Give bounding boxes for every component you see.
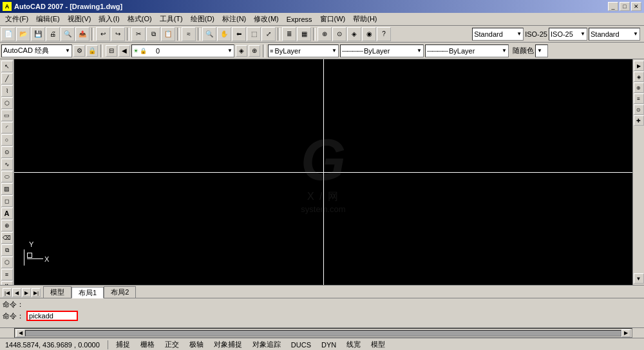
ortho-button[interactable]: 正交 [162,340,182,349]
tb-extra2[interactable]: ⊙ [332,27,346,41]
preview-button[interactable]: 🔍 [61,27,75,41]
paste-button[interactable]: 📋 [161,27,175,41]
snap-button[interactable]: 捕捉 [113,340,133,349]
rect-button[interactable]: ▭ [1,110,13,121]
standard-dropdown[interactable]: Standard ▼ [472,28,524,41]
polyline-button[interactable]: ⌇ [1,85,13,97]
open-button[interactable]: 📂 [16,27,30,41]
publish-button[interactable]: 📤 [75,27,90,41]
menu-tools[interactable]: 工具(T) [156,13,187,25]
text-button[interactable]: A [1,208,13,219]
tab-nav-last[interactable]: ▶| [32,288,41,297]
menu-window[interactable]: 窗口(W) [316,13,350,25]
workspace-dropdown[interactable]: AutoCAD 经典 ▼ [1,44,72,57]
select-button[interactable]: ↖ [1,61,13,72]
menu-format[interactable]: 格式(O) [124,13,156,25]
workspace-lock-button[interactable]: 🔒 [86,45,98,57]
undo-button[interactable]: ↩ [96,27,110,41]
tab-nav-next[interactable]: ▶ [22,288,31,297]
menu-modify[interactable]: 修改(M) [250,13,283,25]
tab-model[interactable]: 模型 [43,286,71,298]
layer-extra1[interactable]: ◈ [236,45,247,57]
layer-prev-button[interactable]: ◀ [118,45,130,57]
tab-layout2[interactable]: 布局2 [104,286,136,298]
hatch-button[interactable]: ▨ [1,183,13,195]
menu-view[interactable]: 视图(V) [64,13,95,25]
zoom-realtime-button[interactable]: 🔍 [202,27,216,41]
print-button[interactable]: 🖨 [46,27,60,41]
drawing-canvas[interactable]: G X / 网 system.com Y X [14,59,632,285]
menu-express[interactable]: Express [283,14,316,24]
workspace-settings-button[interactable]: ⚙ [73,45,85,57]
menu-insert[interactable]: 插入(I) [95,13,123,25]
menu-help[interactable]: 帮助(H) [349,13,381,25]
osnap-button[interactable]: 对象捕捉 [211,340,245,349]
circle-button[interactable]: ○ [1,134,13,146]
scroll-thumb[interactable] [25,330,621,336]
new-button[interactable]: 📄 [1,27,15,41]
cut-button[interactable]: ✂ [131,27,146,41]
grid-button[interactable]: 栅格 [138,340,157,349]
arc-button[interactable]: ◜ [1,122,13,133]
rt-btn6[interactable]: ✚ [634,115,644,126]
rt-btn7[interactable]: ▼ [634,273,644,284]
standard2-dropdown[interactable]: Standard ▼ [589,28,640,41]
menu-dimension[interactable]: 标注(N) [218,13,250,25]
zoom-ext-button[interactable]: ⤢ [261,27,276,41]
polar-button[interactable]: 极轴 [187,340,206,349]
model-button[interactable]: 模型 [368,340,388,349]
command-input[interactable] [26,311,78,321]
lineweight-dropdown[interactable]: ———— ByLayer ▼ [425,44,509,57]
polygon-button[interactable]: ⬡ [1,97,13,109]
tb-extra4[interactable]: ◉ [362,27,376,41]
mirror-button[interactable]: ⬡ [1,257,13,268]
rt-btn3[interactable]: ⊕ [634,83,644,93]
menu-draw[interactable]: 绘图(D) [187,13,218,25]
ducs-button[interactable]: DUCS [289,341,314,349]
tab-nav-prev[interactable]: ◀ [12,288,21,297]
menu-file[interactable]: 文件(F) [1,13,32,25]
offset-button[interactable]: ≡ [1,269,13,280]
color-dropdown[interactable]: ■ ByLayer ▼ [268,44,339,57]
ellipse-button[interactable]: ⬭ [1,171,13,182]
insert-button[interactable]: ⊕ [1,220,13,231]
copy-draw-button[interactable]: ⧉ [1,244,13,256]
dyn-button[interactable]: DYN [319,341,339,349]
line-button[interactable]: ╱ [1,73,13,84]
iso-dropdown[interactable]: ISO-25 ▼ [549,28,587,41]
close-button[interactable]: ✕ [631,2,641,11]
h-scrollbar[interactable]: ◀ ▶ [14,328,632,338]
copy-button[interactable]: ⧉ [146,27,160,41]
redo-button[interactable]: ↪ [111,27,125,41]
region-button[interactable]: ◻ [1,195,13,207]
adcenter-button[interactable]: ▦ [297,27,311,41]
rt-btn1[interactable]: ▶ [634,61,644,71]
tb-extra5[interactable]: ? [377,27,391,41]
erase-button[interactable]: ⌫ [1,232,13,244]
lineweight-button[interactable]: 线宽 [344,340,363,349]
layer-dropdown[interactable]: ☀ 🔒 □ 0 ▼ [131,44,234,57]
tb-extra3[interactable]: ◈ [347,27,361,41]
properties-button[interactable]: ≣ [282,27,296,41]
save-button[interactable]: 💾 [31,27,45,41]
minimize-button[interactable]: _ [608,2,618,11]
spline-button[interactable]: ∿ [1,159,13,170]
donut-button[interactable]: ⊙ [1,146,13,158]
matchprop-button[interactable]: ≈ [182,27,196,41]
zoom-window-button[interactable]: ⬚ [247,27,261,41]
rt-btn2[interactable]: ◈ [634,72,644,82]
tab-layout1[interactable]: 布局1 [71,287,104,298]
scroll-left-button[interactable]: ◀ [16,329,25,337]
menu-edit[interactable]: 编辑(E) [32,13,64,25]
plotstyle-dropdown[interactable]: ▼ [535,44,548,57]
rt-btn5[interactable]: ⊙ [634,104,644,115]
pan-realtime-button[interactable]: ✋ [217,27,231,41]
zoom-prev-button[interactable]: ⬅ [232,27,246,41]
rt-btn4[interactable]: ≡ [634,93,644,104]
layer-prop-button[interactable]: ⊟ [106,45,117,57]
scroll-right-button[interactable]: ▶ [621,329,630,337]
linetype-dropdown[interactable]: ———— ByLayer ▼ [340,44,424,57]
layer-extra2[interactable]: ⊕ [249,45,260,57]
otrack-button[interactable]: 对象追踪 [250,340,283,349]
maximize-button[interactable]: □ [620,2,630,11]
